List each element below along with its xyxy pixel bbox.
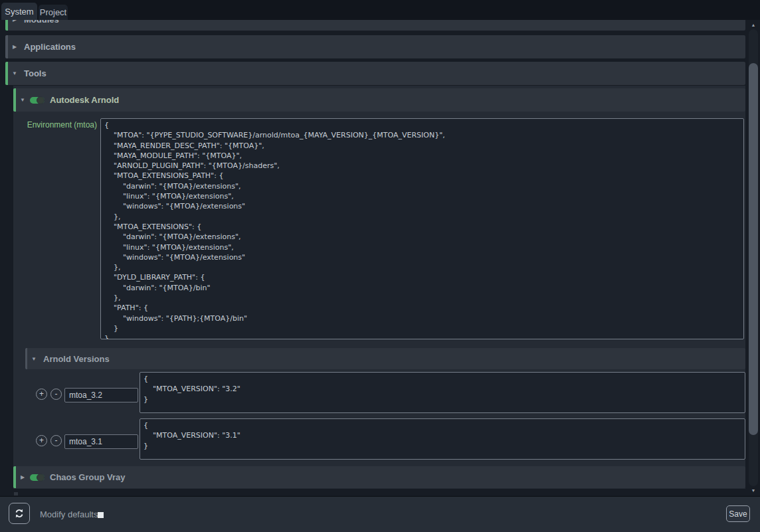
section-header-tools[interactable]: ▼ Tools	[5, 62, 745, 85]
chevron-right-icon[interactable]: ▶	[11, 44, 19, 50]
section-title-autodesk-arnold: Autodesk Arnold	[50, 95, 119, 105]
add-version-button[interactable]: +	[36, 389, 47, 400]
scrollbar-thumb[interactable]	[749, 63, 758, 435]
partial-section-sliver	[14, 492, 18, 495]
refresh-button[interactable]	[9, 503, 30, 524]
section-title-chaos-group-vray: Chaos Group Vray	[50, 472, 125, 482]
modify-defaults-label: Modify defaults	[40, 497, 98, 532]
add-version-button[interactable]: +	[36, 435, 47, 446]
section-title-tools: Tools	[24, 68, 47, 78]
version-json-textarea[interactable]: { "MTOA_VERSION": "3.2" }	[140, 372, 745, 413]
settings-scroll-area: ▶ Modules ▶ Applications ▼ Tools ▼ Autod…	[0, 20, 747, 495]
modify-defaults-checkbox[interactable]	[98, 512, 104, 518]
tab-bar: System Project	[0, 0, 760, 20]
chevron-down-icon[interactable]: ▼	[11, 70, 19, 76]
section-title-applications: Applications	[24, 42, 76, 52]
chevron-right-icon[interactable]: ▶	[11, 20, 19, 23]
footer-bar: Modify defaults Save	[0, 496, 760, 532]
section-title-modules: Modules	[24, 20, 59, 25]
remove-version-button[interactable]: -	[50, 389, 62, 400]
tab-project[interactable]: Project	[39, 5, 68, 20]
section-header-applications[interactable]: ▶ Applications	[5, 35, 745, 58]
tools-section-content: ▼ Autodesk Arnold Environment (mtoa) { "…	[13, 86, 745, 489]
arnold-enabled-toggle[interactable]	[30, 97, 45, 104]
toggle-knob	[37, 474, 45, 482]
version-name-input[interactable]	[64, 434, 138, 449]
vray-enabled-toggle[interactable]	[30, 474, 45, 481]
remove-version-button[interactable]: -	[50, 435, 62, 446]
version-json-textarea[interactable]: { "MTOA_VERSION": "3.1" }	[140, 418, 745, 460]
scroll-up-icon[interactable]: ▲	[747, 23, 760, 27]
scroll-down-icon[interactable]: ▼	[747, 488, 760, 493]
settings-window: System Project ▶ Modules ▶ Applications …	[0, 0, 760, 532]
section-header-arnold-versions[interactable]: ▼ Arnold Versions	[25, 348, 745, 369]
chevron-down-icon[interactable]: ▼	[19, 97, 27, 103]
refresh-icon	[13, 507, 25, 519]
environment-json-textarea[interactable]: { "MTOA": "{PYPE_STUDIO_SOFTWARE}/arnold…	[100, 118, 744, 339]
toggle-knob	[37, 96, 45, 104]
environment-mtoa-label: Environment (mtoa)	[13, 120, 97, 130]
chevron-down-icon[interactable]: ▼	[30, 356, 38, 362]
section-header-chaos-group-vray[interactable]: ▶ Chaos Group Vray	[13, 466, 745, 488]
section-header-autodesk-arnold[interactable]: ▼ Autodesk Arnold	[13, 88, 745, 112]
vertical-scrollbar[interactable]: ▲ ▼	[747, 20, 760, 495]
save-button[interactable]: Save	[726, 505, 750, 522]
chevron-right-icon[interactable]: ▶	[19, 474, 27, 480]
version-name-input[interactable]	[64, 388, 138, 402]
section-header-modules[interactable]: ▶ Modules	[5, 20, 745, 31]
section-title-arnold-versions: Arnold Versions	[43, 354, 110, 364]
tab-system[interactable]: System	[1, 3, 37, 20]
